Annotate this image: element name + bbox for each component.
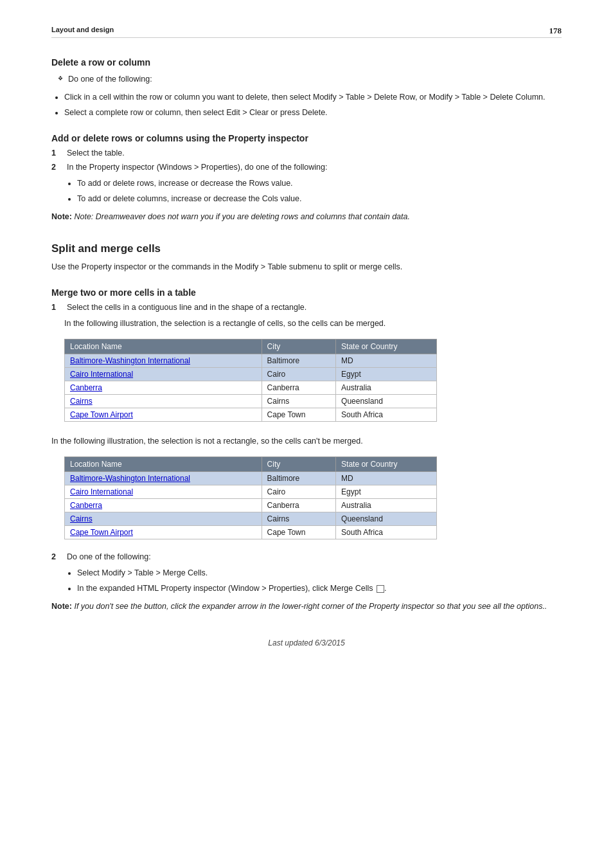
table1-body: Baltimore-Washington International Balti… <box>65 354 437 422</box>
table1-r1c2: Baltimore <box>262 354 335 368</box>
heading-delete-row-col: Delete a row or column <box>51 57 562 68</box>
table2-col2-header: City <box>262 457 335 472</box>
table2-r5c1: Cape Town Airport <box>65 526 262 539</box>
section-add-delete-property: Add or delete rows or columns using the … <box>51 133 562 223</box>
merge-step-2-text: Do one of the following: <box>67 552 151 561</box>
table1-r5c2: Cape Town <box>262 408 335 422</box>
table1-r5c1: Cape Town Airport <box>65 408 262 422</box>
table2: Location Name City State or Country Balt… <box>64 457 437 539</box>
step2-sub: Select Modify > Table > Merge Cells. In … <box>64 566 562 595</box>
note-delete: Note: Note: Dreamweaver does not warn yo… <box>51 210 562 223</box>
table1-r5c3: South Africa <box>336 408 437 422</box>
table-row: Baltimore-Washington International Balti… <box>65 354 437 368</box>
table2-container: Location Name City State or Country Balt… <box>64 457 562 539</box>
diamond-list-delete: Do one of the following: <box>58 73 562 86</box>
heading-split-merge: Split and merge cells <box>51 242 562 255</box>
table2-r1c1: Baltimore-Washington International <box>65 472 262 485</box>
merge-step-1-num: 1 <box>51 303 60 312</box>
table2-col1-header: Location Name <box>65 457 262 472</box>
table1-desc: In the following illustration, the selec… <box>64 317 562 330</box>
sub-bullet-list: To add or delete rows, increase or decre… <box>77 177 562 205</box>
table1-col3-header: State or Country <box>336 339 437 354</box>
page-header: Layout and design <box>51 26 562 38</box>
sub-bullet-1: To add or delete rows, increase or decre… <box>77 177 562 190</box>
merge-step-2-num: 2 <box>51 552 60 561</box>
table-row: Cairns Cairns Queensland <box>65 512 437 526</box>
sub-bullet-2: To add or delete columns, increase or de… <box>77 192 562 205</box>
page-container: 178 Layout and design Delete a row or co… <box>0 0 613 868</box>
bullet-list-delete: Click in a cell within the row or column… <box>64 91 562 119</box>
note-content: Note: Dreamweaver does not warn you if y… <box>74 212 410 221</box>
table1-r1c1: Baltimore-Washington International <box>65 354 262 368</box>
table2-r2c2: Cairo <box>262 485 335 499</box>
table1-r3c1: Canberra <box>65 381 262 395</box>
table1-r4c3: Queensland <box>336 395 437 408</box>
table-row: Cairns Cairns Queensland <box>65 395 437 408</box>
table2-r3c1: Canberra <box>65 499 262 512</box>
table-row: Canberra Canberra Australia <box>65 499 437 512</box>
table2-r4c3: Queensland <box>336 512 437 526</box>
table2-r3c2: Canberra <box>262 499 335 512</box>
table-row: Canberra Canberra Australia <box>65 381 437 395</box>
table1-r3c3: Australia <box>336 381 437 395</box>
table-row: Cape Town Airport Cape Town South Africa <box>65 408 437 422</box>
merge-step-2: 2 Do one of the following: <box>51 552 562 561</box>
step-1-num: 1 <box>51 149 60 158</box>
table1-r1c3: MD <box>336 354 437 368</box>
step2-bullet-2: In the expanded HTML Property inspector … <box>77 582 562 595</box>
merge-note-label: Note: <box>51 602 72 611</box>
table1-header-row: Location Name City State or Country <box>65 339 437 354</box>
table2-r1c3: MD <box>336 472 437 485</box>
merge-note-content: If you don't see the button, click the e… <box>74 602 547 611</box>
diamond-item-do-one: Do one of the following: <box>58 73 562 86</box>
table-row: Baltimore-Washington International Balti… <box>65 472 437 485</box>
table2-header-row: Location Name City State or Country <box>65 457 437 472</box>
page-number: 178 <box>549 26 562 36</box>
table1-r4c1: Cairns <box>65 395 262 408</box>
table1: Location Name City State or Country Balt… <box>64 339 437 422</box>
bullet-item-delete-2: Select a complete row or column, then se… <box>64 106 562 119</box>
table2-body: Baltimore-Washington International Balti… <box>65 472 437 539</box>
step-1: 1 Select the table. <box>51 149 562 158</box>
table1-col1-header: Location Name <box>65 339 262 354</box>
table1-r2c3: Egypt <box>336 368 437 381</box>
step-2: 2 In the Property inspector (Windows > P… <box>51 163 562 172</box>
table1-container: Location Name City State or Country Balt… <box>64 339 562 422</box>
bullet-item-delete-1: Click in a cell within the row or column… <box>64 91 562 104</box>
note-label: Note: <box>51 212 72 221</box>
table-row: Cairo International Cairo Egypt <box>65 485 437 499</box>
table2-r5c3: South Africa <box>336 526 437 539</box>
heading-add-delete: Add or delete rows or columns using the … <box>51 133 562 143</box>
table-row: Cape Town Airport Cape Town South Africa <box>65 526 437 539</box>
split-merge-intro: Use the Property inspector or the comman… <box>51 260 562 273</box>
table2-r2c3: Egypt <box>336 485 437 499</box>
step2-bullet-1: Select Modify > Table > Merge Cells. <box>77 566 562 579</box>
merge-note: Note: If you don't see the button, click… <box>51 600 562 613</box>
table2-r1c2: Baltimore <box>262 472 335 485</box>
merge-step-1-text: Select the cells in a contiguous line an… <box>67 303 306 312</box>
table2-r2c1: Cairo International <box>65 485 262 499</box>
table2-r4c1: Cairns <box>65 512 262 526</box>
table1-col2-header: City <box>262 339 335 354</box>
step-1-text: Select the table. <box>67 149 125 158</box>
table2-col3-header: State or Country <box>336 457 437 472</box>
table2-r3c3: Australia <box>336 499 437 512</box>
section-split-merge: Split and merge cells Use the Property i… <box>51 242 562 613</box>
table-row: Cairo International Cairo Egypt <box>65 368 437 381</box>
table2-desc: In the following illustration, the selec… <box>51 435 562 448</box>
step-2-num: 2 <box>51 163 60 172</box>
table2-r4c2: Cairns <box>262 512 335 526</box>
step-2-text: In the Property inspector (Windows > Pro… <box>67 163 327 172</box>
table1-r4c2: Cairns <box>262 395 335 408</box>
table1-r3c2: Canberra <box>262 381 335 395</box>
page-footer: Last updated 6/3/2015 <box>51 638 562 647</box>
step2-container: 2 Do one of the following: Select Modify… <box>51 552 562 613</box>
merge-cells-icon <box>377 585 384 593</box>
section-merge-cells: Merge two or more cells in a table 1 Sel… <box>51 287 562 613</box>
step2-bullet-list: Select Modify > Table > Merge Cells. In … <box>77 566 562 595</box>
merge-step-1: 1 Select the cells in a contiguous line … <box>51 303 562 312</box>
sub-bullets-container: To add or delete rows, increase or decre… <box>64 177 562 205</box>
section-delete-row-col: Delete a row or column Do one of the fol… <box>51 57 562 119</box>
heading-merge-cells: Merge two or more cells in a table <box>51 287 562 298</box>
table1-r2c2: Cairo <box>262 368 335 381</box>
